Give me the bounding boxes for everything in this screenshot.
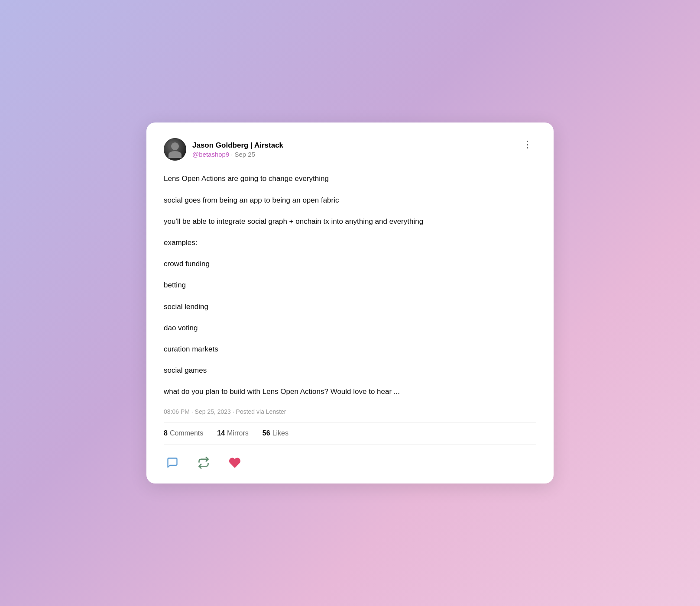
post-paragraph-5: crowd funding <box>164 258 536 270</box>
author-meta: @betashop9 · Sep 25 <box>192 151 283 158</box>
post-paragraph-7: social lending <box>164 301 536 313</box>
mirrors-label: Mirrors <box>227 429 249 437</box>
post-paragraph-3: you'll be able to integrate social graph… <box>164 216 536 227</box>
actions-row <box>164 452 536 471</box>
post-paragraph-1: Lens Open Actions are going to change ev… <box>164 173 536 184</box>
like-icon <box>229 457 241 469</box>
post-date: Sep 25 <box>234 151 255 158</box>
mirror-button[interactable] <box>195 454 212 471</box>
comment-icon <box>166 457 178 469</box>
comment-button[interactable] <box>164 454 181 471</box>
likes-stat[interactable]: 56 Likes <box>262 429 288 437</box>
post-paragraph-6: betting <box>164 279 536 291</box>
post-paragraph-9: curation markets <box>164 343 536 355</box>
likes-count: 56 <box>262 429 270 437</box>
post-paragraph-10: social games <box>164 364 536 376</box>
likes-label: Likes <box>272 429 288 437</box>
post-paragraph-4: examples: <box>164 237 536 248</box>
comments-count: 8 <box>164 429 168 437</box>
more-options-button[interactable]: ⋮ <box>519 138 536 151</box>
author-handle[interactable]: @betashop9 <box>192 151 229 158</box>
post-paragraph-11: what do you plan to build with Lens Open… <box>164 386 536 397</box>
mirrors-stat[interactable]: 14 Mirrors <box>217 429 249 437</box>
post-text: Lens Open Actions are going to change ev… <box>164 173 536 397</box>
post-header: Jason Goldberg | Airstack @betashop9 · S… <box>164 138 536 161</box>
post-card: Jason Goldberg | Airstack @betashop9 · S… <box>146 122 554 483</box>
author-name: Jason Goldberg | Airstack <box>192 141 283 150</box>
post-content: Lens Open Actions are going to change ev… <box>164 173 536 397</box>
divider-1 <box>164 422 536 422</box>
mirrors-count: 14 <box>217 429 225 437</box>
like-button[interactable] <box>226 454 243 471</box>
post-paragraph-8: dao voting <box>164 322 536 334</box>
author-section: Jason Goldberg | Airstack @betashop9 · S… <box>164 138 283 161</box>
mirror-icon <box>198 457 210 469</box>
comments-label: Comments <box>170 429 203 437</box>
stats-row: 8 Comments 14 Mirrors 56 Likes <box>164 429 536 445</box>
post-timestamp: 08:06 PM · Sep 25, 2023 · Posted via Len… <box>164 406 536 415</box>
author-info: Jason Goldberg | Airstack @betashop9 · S… <box>192 141 283 158</box>
avatar <box>164 138 186 161</box>
post-paragraph-2: social goes from being an app to being a… <box>164 194 536 206</box>
separator-dot: · <box>231 151 233 158</box>
comments-stat[interactable]: 8 Comments <box>164 429 203 437</box>
